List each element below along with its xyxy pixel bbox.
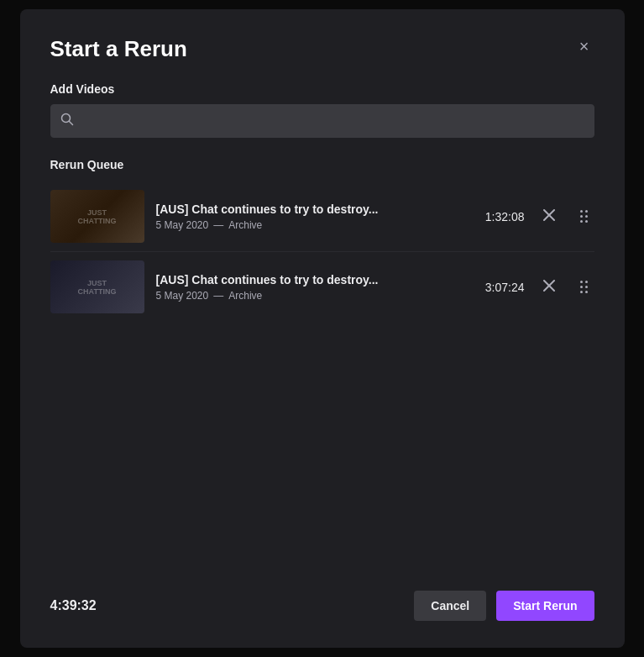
modal-overlay: Start a Rerun × Add Videos Rerun Queue J…: [0, 0, 644, 657]
queue-item: JUSTCHATTING [AUS] Chat continues to try…: [50, 181, 594, 252]
item-type: Archive: [228, 290, 262, 302]
search-container: [50, 104, 594, 138]
search-input[interactable]: [50, 104, 594, 138]
item-meta: 5 May 2020 — Archive: [156, 219, 467, 231]
drag-handle[interactable]: [573, 277, 594, 297]
item-title: [AUS] Chat continues to try to destroy..…: [156, 273, 467, 286]
item-title: [AUS] Chat continues to try to destroy..…: [156, 202, 467, 216]
item-date: 5 May 2020: [156, 290, 209, 302]
drag-dots-icon: [580, 210, 588, 223]
queue-label: Rerun Queue: [50, 158, 594, 171]
item-duration: 3:07:24: [485, 281, 525, 294]
video-thumbnail: JUSTCHATTING: [50, 260, 144, 313]
item-meta: 5 May 2020 — Archive: [156, 290, 467, 302]
footer-buttons: Cancel Start Rerun: [414, 591, 594, 621]
modal-header: Start a Rerun ×: [50, 36, 594, 62]
modal-footer: 4:39:32 Cancel Start Rerun: [50, 570, 594, 621]
remove-item-button[interactable]: [537, 276, 562, 298]
modal-dialog: Start a Rerun × Add Videos Rerun Queue J…: [20, 9, 625, 648]
item-date: 5 May 2020: [156, 219, 209, 231]
item-info: [AUS] Chat continues to try to destroy..…: [156, 202, 467, 231]
rerun-queue-section: Rerun Queue JUSTCHATTING [AUS] Chat cont…: [50, 158, 594, 446]
cancel-button[interactable]: Cancel: [414, 591, 486, 621]
item-duration: 1:32:08: [485, 210, 525, 223]
queue-item: JUSTCHATTING [AUS] Chat continues to try…: [50, 252, 594, 322]
video-thumbnail: JUSTCHATTING: [50, 190, 144, 243]
remove-item-button[interactable]: [537, 206, 562, 228]
total-duration: 4:39:32: [50, 598, 97, 613]
start-rerun-button[interactable]: Start Rerun: [496, 591, 594, 621]
item-info: [AUS] Chat continues to try to destroy..…: [156, 273, 467, 302]
drag-dots-icon: [580, 281, 588, 293]
meta-separator: —: [213, 219, 223, 231]
drag-handle[interactable]: [573, 207, 594, 226]
add-videos-label: Add Videos: [50, 82, 594, 96]
close-button[interactable]: ×: [574, 36, 594, 56]
modal-title: Start a Rerun: [50, 36, 187, 62]
meta-separator: —: [213, 290, 223, 302]
item-type: Archive: [228, 219, 262, 231]
